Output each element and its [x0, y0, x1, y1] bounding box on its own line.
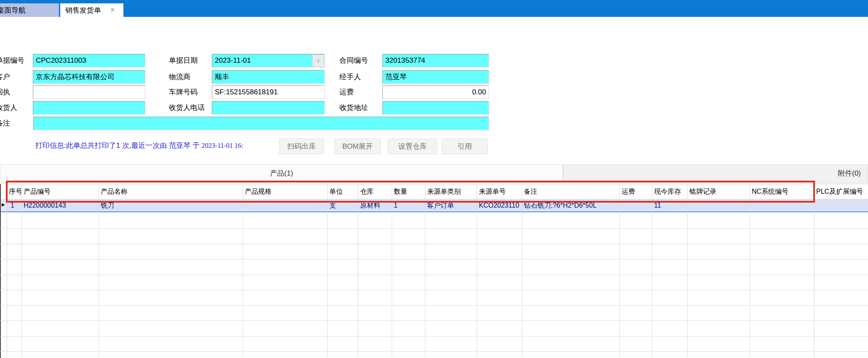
- row-selector[interactable]: ▶: [1, 199, 7, 212]
- col-header-source-type[interactable]: 来源单类别: [425, 184, 477, 198]
- doc-date-value: 2023-11-01: [215, 56, 251, 64]
- grid-column-line: [425, 184, 425, 358]
- customer-label: 客户: [0, 70, 10, 84]
- bom-expand-button[interactable]: BOM展开: [334, 139, 381, 154]
- col-header-product-code[interactable]: 产品编号: [21, 184, 99, 198]
- grid-row-line: [0, 244, 868, 244]
- doc-date-label: 单据日期: [169, 54, 198, 67]
- col-header-warehouse[interactable]: 仓库: [358, 184, 392, 198]
- grid-column-line: [620, 184, 620, 358]
- grid-row-line: [0, 321, 868, 321]
- grid-column-line: [7, 184, 7, 358]
- tab-sales-delivery-order-label: 销售发货单: [65, 5, 101, 15]
- consignee-label: 收货人: [0, 101, 17, 115]
- consignee-field[interactable]: [33, 101, 145, 115]
- plate-no-label: 车牌号码: [169, 85, 198, 99]
- grid-row-line: [0, 351, 868, 352]
- cell-source-no[interactable]: KCO2023110: [477, 199, 522, 212]
- grid-column-line: [392, 184, 392, 358]
- grid-column-line: [243, 184, 243, 358]
- cell-product-spec[interactable]: [243, 199, 327, 212]
- grid-row-line: [0, 336, 868, 337]
- cell-freight[interactable]: [620, 199, 652, 212]
- logistics-field[interactable]: 顺丰: [212, 70, 325, 84]
- grid-column-line: [687, 184, 688, 358]
- col-header-remark[interactable]: 备注: [522, 184, 620, 198]
- grid-row-line: [0, 259, 868, 259]
- cell-plc-no[interactable]: [814, 199, 868, 212]
- grid-row-line: [0, 275, 868, 275]
- col-header-seq[interactable]: 序号: [7, 184, 21, 198]
- grid-row-line: [0, 305, 868, 306]
- doc-date-field[interactable]: 2023-11-01 ∨: [212, 54, 325, 67]
- cell-warehouse[interactable]: 原材料: [358, 199, 392, 212]
- window-tab-bar: 桌面导航 销售发货单 ×: [0, 0, 868, 17]
- consignee-phone-label: 收货人电话: [169, 101, 205, 115]
- col-header-product-name[interactable]: 产品名称: [99, 184, 243, 198]
- delivery-addr-label: 收货地址: [339, 101, 368, 115]
- contract-no-label: 合同编号: [339, 54, 368, 67]
- contract-no-field[interactable]: 3201353774: [382, 54, 489, 67]
- cell-seq[interactable]: 1: [7, 199, 21, 212]
- col-header-qty[interactable]: 数量: [392, 184, 425, 198]
- grid-column-line: [477, 184, 477, 358]
- remark-field[interactable]: [33, 117, 489, 130]
- handler-field[interactable]: 范亚琴: [382, 70, 489, 84]
- doc-no-label: 单据编号: [0, 54, 24, 67]
- cell-qty[interactable]: 1: [392, 199, 425, 212]
- cell-unit[interactable]: 支: [327, 199, 358, 212]
- product-grid: 序号 产品编号 产品名称 产品规格 单位 仓库 数量 来源单类别 来源单号 备注…: [0, 184, 868, 358]
- delivery-addr-field[interactable]: [382, 101, 489, 115]
- doc-no-field[interactable]: CPC202311003: [33, 54, 145, 67]
- tab-desktop-navigation[interactable]: 桌面导航: [0, 3, 59, 17]
- tab-attachments[interactable]: 附件(0): [563, 164, 868, 183]
- cell-source-type[interactable]: 客户订单: [425, 199, 477, 212]
- col-header-freight[interactable]: 运费: [620, 184, 652, 198]
- scan-out-button[interactable]: 扫码出库: [279, 139, 324, 154]
- print-info-date: 2023-11-01 16:: [202, 142, 243, 149]
- row-selector-arrow-icon: ▶: [2, 202, 5, 207]
- col-header-unit[interactable]: 单位: [327, 184, 358, 198]
- quote-button[interactable]: 引用: [442, 139, 488, 154]
- cell-product-code[interactable]: H2200000143: [21, 199, 99, 212]
- cell-nameplate[interactable]: [687, 199, 750, 212]
- tab-products[interactable]: 产品(1): [0, 164, 563, 183]
- grid-column-line: [21, 184, 22, 358]
- handler-label: 经手人: [339, 70, 361, 84]
- col-header-nc-no[interactable]: NC系统编号: [750, 184, 814, 198]
- col-header-source-no[interactable]: 来源单号: [477, 184, 522, 198]
- col-header-nameplate[interactable]: 铭牌记录: [687, 184, 750, 198]
- freight-field[interactable]: 0.00: [382, 85, 489, 99]
- cell-remark[interactable]: 钻石铣刀;?6*H2*D6*50L: [522, 199, 620, 212]
- set-warehouse-button[interactable]: 设置仓库: [388, 139, 437, 154]
- logistics-label: 物流商: [169, 70, 190, 84]
- sales-delivery-order-screen: 桌面导航 销售发货单 × 单据编号 客户 回执 收货人 备注 CPC202311…: [0, 0, 868, 358]
- chevron-down-icon[interactable]: ∨: [312, 55, 324, 67]
- grid-column-line: [750, 184, 750, 358]
- grid-column-line: [327, 184, 328, 358]
- cell-product-name[interactable]: 铣刀: [99, 199, 243, 212]
- col-header-plc-no[interactable]: PLC及扩展编号: [814, 184, 868, 198]
- grid-column-line: [99, 184, 99, 358]
- consignee-phone-field[interactable]: [212, 101, 325, 115]
- cell-stock[interactable]: 11: [652, 199, 687, 212]
- tab-desktop-navigation-label: 桌面导航: [0, 5, 26, 15]
- cell-nc-no[interactable]: [750, 199, 814, 212]
- col-header-product-spec[interactable]: 产品规格: [243, 184, 327, 198]
- grid-column-line: [814, 184, 815, 358]
- receipt-label: 回执: [0, 85, 10, 99]
- grid-column-line: [522, 184, 522, 358]
- grid-row-line: [0, 290, 868, 290]
- customer-field[interactable]: 京东方晶芯科技有限公司: [33, 70, 145, 84]
- remark-label: 备注: [0, 117, 10, 130]
- freight-label: 运费: [339, 85, 354, 99]
- print-info-text: 打印信息:此单总共打印了1 次,最近一次由 范亚琴 于 2023-11-01 1…: [35, 141, 279, 151]
- grid-column-line: [652, 184, 652, 358]
- grid-column-line: [358, 184, 358, 358]
- close-icon[interactable]: ×: [110, 6, 115, 13]
- receipt-field[interactable]: [33, 85, 145, 99]
- grid-row-line: [0, 228, 868, 229]
- col-header-stock[interactable]: 现今库存: [652, 184, 687, 198]
- plate-no-field[interactable]: SF:1521558618191: [212, 85, 325, 99]
